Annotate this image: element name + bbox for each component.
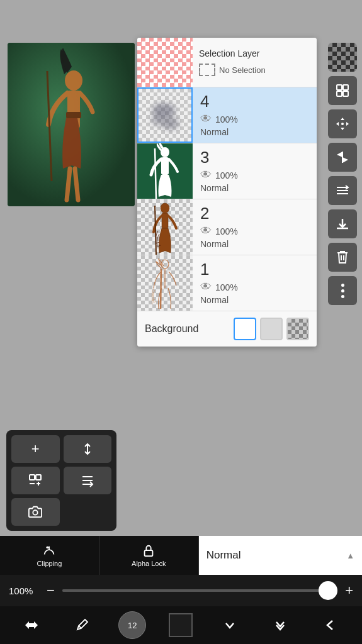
layer-panel: Selection Layer No Selection 4 👁 100% No… <box>137 38 317 347</box>
add-layer-button[interactable]: + <box>11 435 60 463</box>
layer-2-thumbnail <box>137 199 193 255</box>
svg-point-26 <box>47 546 49 548</box>
layer-2-opacity: 100% <box>215 226 238 236</box>
bg-swatch-gray[interactable] <box>260 318 283 340</box>
svg-point-11 <box>161 117 179 130</box>
selection-layer-row[interactable]: Selection Layer No Selection <box>137 38 317 87</box>
layer-1-thumbnail <box>137 255 193 311</box>
svg-line-20 <box>161 269 161 309</box>
layer-3-row[interactable]: 3 👁 100% Normal <box>137 143 317 199</box>
svg-line-5 <box>67 169 70 200</box>
back-button[interactable] <box>317 611 344 639</box>
alpha-lock-button[interactable]: Alpha Lock <box>99 536 199 575</box>
canvas-controls: + <box>6 430 116 531</box>
svg-point-9 <box>33 510 38 514</box>
flip-button[interactable] <box>328 143 357 172</box>
layer-4-opacity: 100% <box>215 114 238 125</box>
opacity-minus-button[interactable]: − <box>47 584 55 597</box>
layer-1-blend: Normal <box>200 295 309 305</box>
layer-3-opacity: 100% <box>215 170 238 180</box>
selection-layer-title: Selection Layer <box>199 48 310 58</box>
blend-mode-chevron-icon: ▲ <box>346 551 354 560</box>
pencil-tool-button[interactable] <box>68 611 96 639</box>
brush-size-value: 12 <box>128 621 137 630</box>
bottom-toolbar: Clipping Alpha Lock Normal ▲ <box>0 536 362 575</box>
scroll-down-button[interactable] <box>216 611 244 639</box>
merge-layer-button[interactable] <box>64 435 112 463</box>
layer-4-row[interactable]: 4 👁 100% Normal <box>137 87 317 143</box>
canvas-preview <box>8 43 135 206</box>
layer-3-eye-icon[interactable]: 👁 <box>200 169 212 182</box>
clipping-button[interactable]: Clipping <box>0 536 99 575</box>
layer-3-number: 3 <box>200 149 309 165</box>
bg-swatch-checkered[interactable] <box>286 318 309 340</box>
opacity-value-label: 100% <box>9 586 39 596</box>
artwork-svg <box>8 43 135 206</box>
no-selection-label: No Selection <box>219 65 266 75</box>
opacity-slider-track[interactable] <box>62 589 337 592</box>
layer-4-blend: Normal <box>200 127 309 137</box>
svg-point-1 <box>65 70 82 91</box>
layer-3-info: 3 👁 100% Normal <box>193 144 317 198</box>
blend-mode-selector[interactable]: Normal ▲ <box>199 536 362 575</box>
svg-point-25 <box>341 123 344 125</box>
layer-2-row[interactable]: 2 👁 100% Normal <box>137 199 317 255</box>
bg-swatch-white-selected[interactable] <box>234 318 256 340</box>
layer-2-number: 2 <box>200 205 309 221</box>
layer-4-thumbnail <box>137 87 193 143</box>
svg-rect-8 <box>36 475 41 480</box>
color-swatch-bottom[interactable] <box>169 613 193 637</box>
layer-3-blend: Normal <box>200 183 309 193</box>
layer-4-eye-icon[interactable]: 👁 <box>200 113 212 126</box>
background-label: Background <box>145 323 234 335</box>
scroll-down-alt-button[interactable] <box>266 611 294 639</box>
opacity-slider-fill <box>62 589 337 592</box>
camera-button[interactable] <box>11 498 60 526</box>
brush-size-indicator[interactable]: 12 <box>118 611 146 639</box>
svg-rect-3 <box>66 112 81 118</box>
svg-line-15 <box>155 148 156 199</box>
selection-layer-info: Selection Layer No Selection <box>193 43 317 81</box>
layer-1-eye-icon[interactable]: 👁 <box>200 280 212 294</box>
blend-mode-value: Normal <box>206 549 241 562</box>
transform-button[interactable] <box>328 76 357 105</box>
alpha-lock-label: Alpha Lock <box>132 560 166 567</box>
svg-rect-23 <box>337 91 342 96</box>
svg-line-6 <box>75 169 78 200</box>
svg-line-18 <box>155 206 156 255</box>
clipping-label: Clipping <box>37 560 62 567</box>
layer-2-eye-icon[interactable]: 👁 <box>200 225 212 238</box>
selection-layer-thumbnail <box>137 38 193 87</box>
compress-button[interactable] <box>328 176 357 205</box>
flatten-button[interactable] <box>64 467 112 494</box>
svg-rect-22 <box>343 85 348 90</box>
no-selection-box <box>199 64 215 76</box>
right-toolbar <box>327 43 358 305</box>
layer-2-info: 2 👁 100% Normal <box>193 200 317 254</box>
move-button[interactable] <box>328 109 357 138</box>
download-button[interactable] <box>328 209 357 238</box>
layer-4-info: 4 👁 100% Normal <box>193 88 317 142</box>
opacity-slider-thumb[interactable] <box>319 581 337 600</box>
svg-rect-7 <box>30 475 35 480</box>
svg-point-16 <box>161 203 169 213</box>
layer-1-row[interactable]: 1 👁 100% Normal <box>137 255 317 311</box>
svg-point-12 <box>151 115 164 125</box>
delete-button[interactable] <box>328 243 357 272</box>
background-row[interactable]: Background <box>137 311 317 347</box>
layer-3-thumbnail <box>137 143 193 199</box>
opacity-row: 100% − + <box>0 575 362 606</box>
svg-rect-27 <box>145 550 153 556</box>
transform-tool-button[interactable] <box>18 611 45 639</box>
checkerboard-button[interactable] <box>328 43 357 72</box>
svg-rect-24 <box>343 91 348 96</box>
more-options-button[interactable] <box>328 276 357 305</box>
very-bottom-toolbar: 12 <box>0 606 362 644</box>
layer-1-number: 1 <box>200 261 309 277</box>
add-group-button[interactable] <box>11 467 60 494</box>
layer-1-opacity: 100% <box>215 282 238 292</box>
layer-4-number: 4 <box>200 93 309 109</box>
opacity-plus-button[interactable]: + <box>345 584 353 597</box>
layer-2-blend: Normal <box>200 239 309 249</box>
svg-rect-21 <box>337 85 342 90</box>
